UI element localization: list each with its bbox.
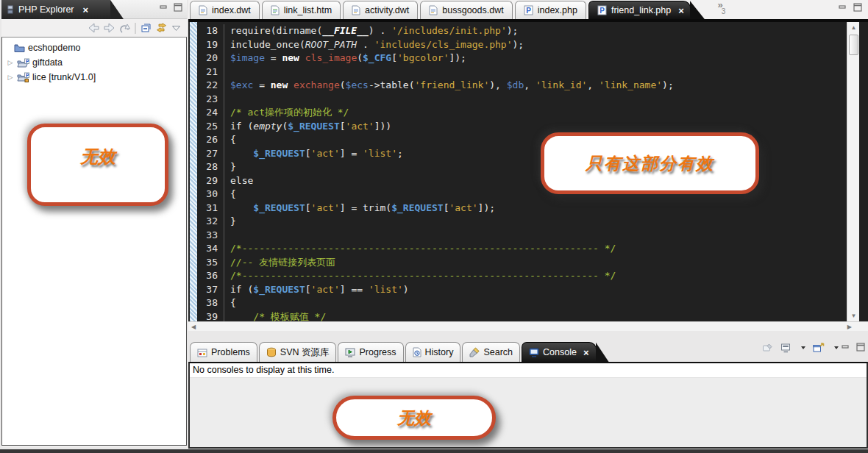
- line-number[interactable]: 24: [197, 106, 224, 120]
- code-text: /*--------------------------------------…: [224, 269, 616, 283]
- tab-index.dwt[interactable]: index.dwt: [190, 1, 260, 19]
- tab-progress[interactable]: Progress: [338, 342, 403, 362]
- tab-console[interactable]: Console×: [522, 342, 596, 362]
- code-text: [224, 65, 230, 79]
- line-number[interactable]: 19: [197, 38, 224, 52]
- up-arrow-icon[interactable]: [119, 23, 130, 33]
- vertical-scrollbar[interactable]: ▲ ▼: [847, 22, 859, 321]
- line-number[interactable]: 37: [197, 283, 224, 297]
- line-number[interactable]: 18: [197, 24, 224, 38]
- tab-friend_link.php[interactable]: Pfriend_link.php×: [588, 1, 691, 19]
- close-icon[interactable]: ×: [583, 347, 589, 358]
- maximize-icon[interactable]: [853, 3, 862, 12]
- expander-icon[interactable]: ▷: [7, 74, 14, 81]
- pin-console-icon[interactable]: [762, 343, 773, 353]
- open-console-icon[interactable]: [813, 343, 825, 353]
- minimize-icon[interactable]: [839, 3, 847, 12]
- line-number[interactable]: 26: [197, 133, 224, 147]
- link-with-editor-icon[interactable]: [156, 23, 167, 33]
- line-number[interactable]: 31: [197, 201, 224, 215]
- code-text: $_REQUEST['act'] = trim($_REQUEST['act']…: [224, 201, 495, 215]
- explorer-tree[interactable]: ecshopdemo▷Pgiftdata▷Plice [trunk/V1.0]: [1, 37, 187, 446]
- maximize-icon[interactable]: [856, 343, 865, 352]
- line-number[interactable]: 35: [197, 256, 224, 270]
- horizontal-scrollbar[interactable]: ◀ ▶: [188, 321, 868, 331]
- code-text: require(dirname(__FILE__) . '/includes/i…: [224, 24, 518, 38]
- tab-php-explorer[interactable]: PHP Explorer ×: [1, 0, 110, 19]
- code-text: }: [224, 160, 236, 174]
- tab-bussgoods.dwt[interactable]: bussgoods.dwt: [420, 1, 512, 19]
- line-number[interactable]: 34: [197, 242, 224, 256]
- expander-icon[interactable]: ▷: [7, 59, 14, 66]
- tab-link_list.htm[interactable]: link_list.htm: [262, 1, 341, 19]
- annotation-only-this-part-valid: 只有这部分有效: [541, 132, 759, 194]
- collapse-all-icon[interactable]: [140, 23, 152, 33]
- tree-item-giftdata[interactable]: ▷Pgiftdata: [2, 55, 186, 70]
- scroll-down-icon[interactable]: ▼: [847, 310, 860, 321]
- line-number[interactable]: 38: [197, 296, 224, 310]
- code-line: 37if ($_REQUEST['act'] == 'list'): [197, 283, 847, 297]
- line-number[interactable]: 28: [197, 160, 224, 174]
- line-number[interactable]: 25: [197, 120, 224, 134]
- line-number[interactable]: 33: [197, 229, 224, 243]
- tab-activity.dwt[interactable]: activity.dwt: [343, 1, 418, 19]
- back-arrow-icon[interactable]: [88, 23, 99, 33]
- tree-item-label: lice [trunk/V1.0]: [32, 72, 96, 82]
- console-view: No consoles to display at this time.: [188, 362, 868, 449]
- code-editor: 18require(dirname(__FILE__) . '/includes…: [188, 22, 868, 321]
- dropdown-caret-icon[interactable]: [834, 346, 839, 349]
- code-line: 23: [197, 93, 847, 107]
- line-number[interactable]: 36: [197, 269, 224, 283]
- close-icon[interactable]: ×: [83, 4, 89, 15]
- line-number[interactable]: 22: [197, 79, 224, 93]
- tab-problems[interactable]: Problems: [190, 342, 257, 362]
- code-line: 31 $_REQUEST['act'] = trim($_REQUEST['ac…: [197, 201, 847, 215]
- hidden-tabs-chevron[interactable]: »3: [715, 1, 726, 15]
- tree-item-label: ecshopdemo: [28, 43, 81, 53]
- scroll-right-icon[interactable]: ▶: [847, 322, 852, 332]
- scroll-left-icon[interactable]: ◀: [191, 322, 196, 332]
- tab-index.php[interactable]: Pindex.php: [515, 1, 586, 19]
- code-text: }: [224, 215, 236, 229]
- separator: [135, 23, 136, 34]
- code-line: 34/*------------------------------------…: [197, 242, 847, 256]
- dropdown-caret-icon[interactable]: [801, 346, 805, 349]
- forward-arrow-icon[interactable]: [104, 23, 115, 33]
- code-line: 22$exc = new exchange($ecs->table('frien…: [197, 79, 847, 93]
- line-number[interactable]: 27: [197, 147, 224, 161]
- history-icon: [413, 347, 421, 357]
- annotation-text: 无效: [80, 145, 115, 168]
- line-number[interactable]: 29: [197, 174, 224, 188]
- tab-svn-资源库[interactable]: SVN 资源库: [259, 342, 337, 362]
- line-number[interactable]: 30: [197, 188, 224, 201]
- scrollbar-thumb[interactable]: [849, 35, 858, 55]
- line-number[interactable]: 21: [197, 65, 224, 79]
- tree-item-ecshopdemo[interactable]: ecshopdemo: [2, 40, 186, 55]
- display-console-icon[interactable]: [780, 343, 791, 353]
- maximize-icon[interactable]: [174, 3, 182, 12]
- close-icon[interactable]: ×: [678, 5, 684, 16]
- line-number[interactable]: 39: [197, 310, 224, 322]
- problems-icon: [197, 348, 207, 357]
- tab-search[interactable]: Search: [462, 342, 520, 362]
- annotation-text: 只有这部分有效: [586, 152, 714, 175]
- line-number[interactable]: 23: [197, 93, 224, 107]
- view-menu-icon[interactable]: [171, 25, 181, 32]
- line-number[interactable]: 32: [197, 215, 224, 229]
- tree-item-lice[interactable]: ▷Plice [trunk/V1.0]: [2, 70, 186, 85]
- minimize-icon[interactable]: [842, 343, 850, 352]
- scroll-up-icon[interactable]: ▲: [847, 22, 860, 33]
- tab-history[interactable]: History: [405, 342, 461, 362]
- bottom-views-panel: ProblemsSVN 资源库ProgressHistorySearchCons…: [188, 337, 868, 449]
- progress-icon: [345, 348, 355, 357]
- code-line: 20$image = new cls_image($_CFG['bgcolor'…: [197, 51, 847, 65]
- line-number[interactable]: 20: [197, 51, 224, 65]
- code-text: $_REQUEST['act'] = 'list';: [224, 147, 403, 161]
- minimize-icon[interactable]: [160, 3, 168, 12]
- code-line: 19include_once(ROOT_PATH . 'includes/cls…: [197, 38, 847, 52]
- code-line: 24/* act操作项的初始化 */: [197, 106, 847, 120]
- code-line: 38{: [197, 296, 847, 310]
- annotation-ruler[interactable]: [190, 22, 197, 321]
- console-toolbar: [762, 343, 839, 353]
- tab-label: History: [425, 347, 454, 357]
